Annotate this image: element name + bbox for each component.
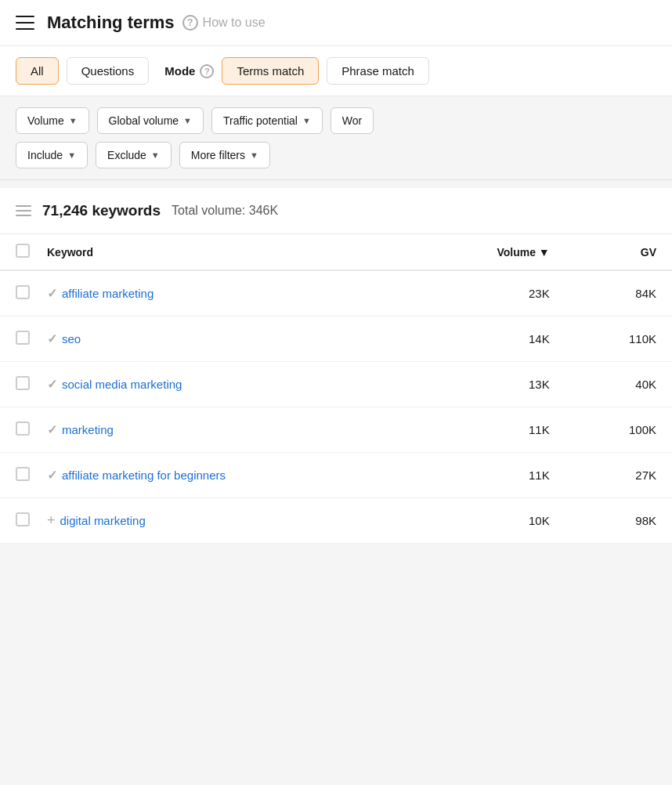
table-row: ✓affiliate marketing for beginners11K27K (0, 453, 672, 498)
header-volume[interactable]: Volume ▼ (413, 234, 565, 270)
keywords-section: 71,246 keywords Total volume: 346K Keywo… (0, 188, 672, 544)
filter-row-1: Volume ▼ Global volume ▼ Traffic potenti… (16, 107, 656, 134)
check-icon: ✓ (47, 331, 57, 346)
check-icon: ✓ (47, 377, 57, 392)
table-header-row: Keyword Volume ▼ GV (0, 234, 672, 270)
keyword-cell: ✓affiliate marketing for beginners (31, 453, 413, 498)
gv-cell: 27K (565, 453, 672, 498)
toolbar: All Questions Mode ? Terms match Phrase … (0, 46, 672, 96)
keyword-cell: ✓seo (31, 317, 413, 362)
mode-label: Mode ? (164, 64, 214, 78)
global-volume-filter[interactable]: Global volume ▼ (97, 107, 204, 134)
volume-cell: 23K (413, 270, 565, 317)
row-checkbox[interactable] (16, 421, 30, 436)
word-filter-partial[interactable]: Wor (331, 107, 374, 134)
volume-cell: 11K (413, 407, 565, 453)
exclude-filter[interactable]: Exclude ▼ (96, 142, 172, 168)
row-checkbox[interactable] (16, 376, 30, 390)
keywords-table: Keyword Volume ▼ GV ✓affiliate marketing… (0, 234, 672, 544)
row-checkbox-cell (0, 362, 31, 407)
gv-cell: 100K (565, 407, 672, 453)
chevron-down-icon: ▼ (302, 116, 311, 125)
keyword-link[interactable]: marketing (62, 423, 114, 436)
check-icon: ✓ (47, 422, 57, 437)
table-row: ✓social media marketing13K40K (0, 362, 672, 407)
row-checkbox-cell (0, 498, 31, 544)
page-title: Matching terms (47, 13, 175, 33)
volume-filter[interactable]: Volume ▼ (16, 107, 89, 134)
keyword-cell: ✓social media marketing (31, 362, 413, 407)
keyword-cell: ✓affiliate marketing (31, 270, 413, 317)
header-keyword: Keyword (31, 234, 413, 270)
keyword-link[interactable]: seo (62, 332, 81, 345)
check-icon: ✓ (47, 468, 57, 483)
tab-all[interactable]: All (16, 57, 59, 85)
volume-cell: 13K (413, 362, 565, 407)
keyword-link[interactable]: social media marketing (62, 378, 182, 391)
keyword-cell: ✓marketing (31, 407, 413, 453)
filter-bar: Volume ▼ Global volume ▼ Traffic potenti… (0, 96, 672, 180)
volume-cell: 10K (413, 498, 565, 544)
row-checkbox[interactable] (16, 467, 30, 481)
help-icon[interactable]: ? (182, 15, 198, 31)
table-row: +digital marketing10K98K (0, 498, 672, 544)
tab-questions[interactable]: Questions (67, 57, 150, 85)
chevron-down-icon: ▼ (69, 116, 78, 125)
include-filter[interactable]: Include ▼ (16, 142, 88, 168)
select-all-checkbox[interactable] (16, 244, 30, 258)
keywords-header: 71,246 keywords Total volume: 346K (0, 188, 672, 234)
row-checkbox-cell (0, 317, 31, 362)
row-checkbox[interactable] (16, 285, 30, 299)
traffic-potential-filter[interactable]: Traffic potential ▼ (211, 107, 323, 134)
tab-phrase-match[interactable]: Phrase match (327, 57, 429, 85)
mode-help-icon[interactable]: ? (200, 64, 214, 78)
table-row: ✓seo14K110K (0, 317, 672, 362)
keyword-cell: +digital marketing (31, 498, 413, 544)
row-checkbox-cell (0, 453, 31, 498)
volume-cell: 14K (413, 317, 565, 362)
total-volume: Total volume: 346K (172, 204, 278, 218)
row-checkbox-cell (0, 270, 31, 317)
header: Matching terms ? How to use (0, 0, 672, 46)
keyword-link[interactable]: affiliate marketing (62, 287, 154, 300)
table-row: ✓affiliate marketing23K84K (0, 270, 672, 317)
chevron-down-icon: ▼ (67, 150, 76, 160)
filter-row-2: Include ▼ Exclude ▼ More filters ▼ (16, 142, 656, 168)
chevron-down-icon: ▼ (183, 116, 192, 125)
chevron-down-icon: ▼ (250, 150, 258, 160)
more-filters-button[interactable]: More filters ▼ (179, 142, 270, 168)
row-checkbox[interactable] (16, 331, 30, 345)
tab-terms-match[interactable]: Terms match (222, 57, 319, 85)
row-checkbox[interactable] (16, 512, 30, 526)
gv-cell: 98K (565, 498, 672, 544)
keywords-count: 71,246 keywords (42, 202, 161, 219)
table-row: ✓marketing11K100K (0, 407, 672, 453)
gv-cell: 40K (565, 362, 672, 407)
sort-icon[interactable] (16, 205, 31, 216)
volume-cell: 11K (413, 453, 565, 498)
gv-cell: 84K (565, 270, 672, 317)
gv-cell: 110K (565, 317, 672, 362)
plus-icon: + (47, 512, 56, 529)
keyword-link[interactable]: digital marketing (60, 514, 146, 527)
how-to-use-link[interactable]: How to use (203, 16, 266, 30)
header-gv: GV (565, 234, 672, 270)
keywords-table-wrapper: Keyword Volume ▼ GV ✓affiliate marketing… (0, 234, 672, 544)
keyword-link[interactable]: affiliate marketing for beginners (62, 468, 226, 482)
header-checkbox-col (0, 234, 31, 270)
chevron-down-icon: ▼ (151, 150, 160, 160)
check-icon: ✓ (47, 286, 57, 301)
hamburger-menu-icon[interactable] (16, 16, 34, 30)
row-checkbox-cell (0, 407, 31, 453)
